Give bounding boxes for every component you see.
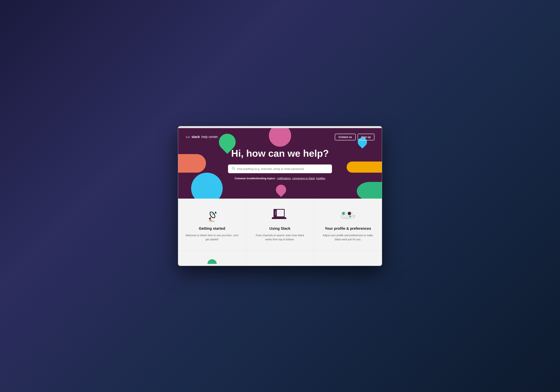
svg-point-33 [341,217,352,219]
hero-content: Hi, how can we help? Common troubleshoot… [186,148,374,180]
svg-rect-25 [272,218,287,219]
search-icon [232,167,235,171]
nav-buttons: Contact us Sign up [335,134,374,140]
card-bottom-3 [314,251,382,266]
window-scrollbar [381,126,381,128]
card-desc-getting-started: Welcome to Slack! Nice to see you here. … [186,233,239,242]
card-using-slack[interactable]: Using Slack From channels to search, lea… [246,199,314,251]
card-title-profile: Your profile & preferences [321,226,374,231]
card-title-getting-started: Getting started [186,226,239,231]
card-icon-profile [339,208,357,223]
decorative-blob-pink-small [274,182,288,197]
card-desc-using-slack: From channels to search, learn how Slack… [253,233,306,242]
card-getting-started[interactable]: Getting started Welcome to Slack! Nice t… [178,199,246,251]
svg-rect-22 [278,214,282,214]
browser-window: slack help center Contact us Sign up Hi,… [178,126,382,266]
logo-text: help center [201,135,218,139]
svg-point-34 [208,259,217,264]
card-desc-profile: Adjust your profile and preferences to m… [321,233,374,242]
decorative-blob-green-bottom [357,182,382,199]
window-chrome [178,126,382,128]
logo: slack help center [186,135,218,139]
troubleshoot-notifications[interactable]: notifications [277,177,291,180]
hero-title: Hi, how can we help? [186,148,374,159]
svg-line-5 [234,169,235,170]
svg-rect-18 [275,214,276,214]
card-icon-using-slack [271,208,289,223]
svg-rect-17 [275,213,276,213]
contact-us-button[interactable]: Contact us [335,134,356,140]
svg-point-30 [342,212,345,215]
svg-rect-19 [275,215,276,215]
svg-rect-23 [278,215,281,215]
troubleshoot-huddles[interactable]: huddles [316,177,325,180]
svg-rect-21 [278,212,282,213]
svg-point-6 [209,220,215,222]
troubleshoot-topics: Common troubleshooting topics: notificat… [186,177,374,180]
troubleshoot-connecting[interactable]: connecting to Slack [292,177,315,180]
slack-logo-icon [186,135,190,139]
chrome-maximize [186,126,188,128]
hero-nav: slack help center Contact us Sign up [186,134,374,140]
cards-bottom-row [178,251,382,266]
svg-point-32 [349,216,351,217]
card-profile-preferences[interactable]: Your profile & preferences Adjust your p… [314,199,382,251]
svg-rect-20 [278,211,283,212]
card-title-using-slack: Using Slack [253,226,306,231]
search-bar[interactable] [228,165,332,173]
svg-rect-24 [272,217,286,218]
card-icon-getting-started [203,208,221,223]
svg-rect-16 [275,212,276,212]
hero-section: slack help center Contact us Sign up Hi,… [178,128,382,199]
svg-rect-3 [188,137,190,138]
svg-point-31 [348,212,351,215]
search-input[interactable] [237,167,328,170]
logo-brand: slack [191,135,200,139]
cards-section: Getting started Welcome to Slack! Nice t… [178,199,382,251]
chrome-close [180,126,182,128]
chrome-minimize [183,126,185,128]
svg-rect-15 [275,211,276,211]
sign-up-button[interactable]: Sign up [358,134,374,140]
card-bottom-1 [178,251,246,266]
troubleshoot-label: Common troubleshooting topics: [235,177,276,180]
svg-point-9 [212,214,214,215]
svg-rect-1 [186,136,188,137]
card-bottom-2 [246,251,314,266]
